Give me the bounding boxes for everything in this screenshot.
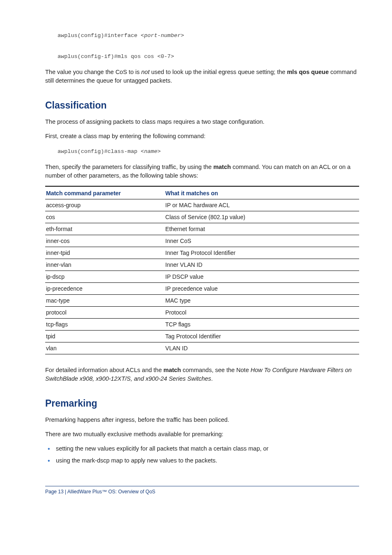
table-cell-matches: Inner VLAN ID — [164, 259, 359, 271]
table-row: protocolProtocol — [45, 306, 359, 318]
table-cell-param: ip-precedence — [45, 282, 164, 294]
paragraph-acl-note: For detailed information about ACLs and … — [45, 366, 359, 383]
table-cell-matches: Class of Service (802.1p value) — [164, 211, 359, 223]
paragraph-create-classmap: First, create a class map by entering th… — [45, 132, 359, 141]
table-cell-matches: Inner CoS — [164, 235, 359, 247]
table-cell-param: tpid — [45, 330, 164, 342]
table-row: access-groupIP or MAC hardware ACL — [45, 199, 359, 211]
table-cell-param: tcp-flags — [45, 318, 164, 330]
paragraph-cos-change: The value you change the CoS to is not u… — [45, 68, 359, 85]
table-cell-matches: VLAN ID — [164, 342, 359, 354]
table-cell-param: ip-dscp — [45, 271, 164, 282]
code-block-classmap: awplus(config)#class-map <name> — [58, 146, 359, 157]
list-item: setting the new values explicitly for al… — [47, 444, 359, 453]
table-row: inner-vlanInner VLAN ID — [45, 259, 359, 271]
table-cell-matches: Protocol — [164, 306, 359, 318]
table-row: tcp-flagsTCP flags — [45, 318, 359, 330]
match-parameter-table: Match command parameter What it matches … — [45, 186, 359, 354]
table-cell-matches: TCP flags — [164, 318, 359, 330]
paragraph-match-intro: Then, specify the parameters for classif… — [45, 163, 359, 180]
table-cell-param: inner-cos — [45, 235, 164, 247]
table-cell-matches: IP DSCP value — [164, 271, 359, 282]
page-footer: Page 13 | AlliedWare Plus™ OS: Overview … — [45, 489, 359, 503]
table-row: vlanVLAN ID — [45, 342, 359, 354]
table-header-matches: What it matches on — [164, 186, 359, 199]
paragraph-classification-intro: The process of assigning packets to clas… — [45, 118, 359, 126]
premarking-bullet-list: setting the new values explicitly for al… — [45, 444, 359, 466]
table-row: ip-dscpIP DSCP value — [45, 271, 359, 282]
table-cell-param: cos — [45, 211, 164, 223]
table-cell-param: eth-format — [45, 223, 164, 235]
list-item: using the mark-dscp map to apply new val… — [47, 456, 359, 465]
table-cell-param: inner-tpid — [45, 247, 164, 259]
table-row: tpidTag Protocol Identifier — [45, 330, 359, 342]
table-cell-matches: MAC type — [164, 294, 359, 306]
table-cell-matches: Inner Tag Protocol Identifier — [164, 247, 359, 259]
table-cell-matches: IP or MAC hardware ACL — [164, 199, 359, 211]
table-header-param: Match command parameter — [45, 186, 164, 199]
heading-classification: Classification — [45, 100, 359, 111]
table-row: inner-cosInner CoS — [45, 235, 359, 247]
footer-divider — [45, 486, 359, 486]
table-cell-param: vlan — [45, 342, 164, 354]
table-cell-matches: Tag Protocol Identifier — [164, 330, 359, 342]
table-cell-param: protocol — [45, 306, 164, 318]
table-row: inner-tpidInner Tag Protocol Identifier — [45, 247, 359, 259]
table-row: cosClass of Service (802.1p value) — [45, 211, 359, 223]
paragraph-premarking-methods: There are two mutually exclusive methods… — [45, 430, 359, 439]
paragraph-premarking-intro: Premarking happens after ingress, before… — [45, 416, 359, 424]
table-cell-param: inner-vlan — [45, 259, 164, 271]
table-cell-matches: Ethernet format — [164, 223, 359, 235]
table-row: eth-formatEthernet format — [45, 223, 359, 235]
code-block-interface: awplus(config)#interface <port-number> a… — [58, 30, 359, 62]
table-cell-matches: IP precedence value — [164, 282, 359, 294]
table-row: mac-typeMAC type — [45, 294, 359, 306]
table-cell-param: access-group — [45, 199, 164, 211]
table-row: ip-precedenceIP precedence value — [45, 282, 359, 294]
table-cell-param: mac-type — [45, 294, 164, 306]
heading-premarking: Premarking — [45, 398, 359, 409]
